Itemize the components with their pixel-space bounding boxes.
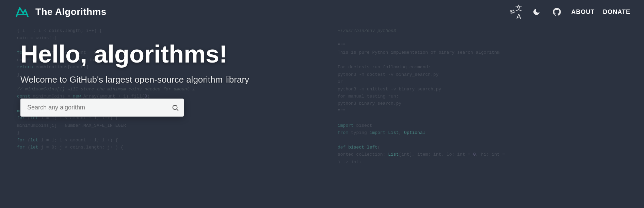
hero-subtitle: Welcome to GitHub's largest open-source … (20, 74, 249, 85)
navbar-right: 文A 文A ABOUT DONATE (510, 6, 630, 18)
logo-icon (14, 4, 30, 20)
svg-text:文A: 文A (510, 11, 514, 14)
navbar: The Algorithms 文A 文A (0, 0, 644, 24)
site-title: The Algorithms (35, 6, 107, 17)
navbar-left: The Algorithms (14, 4, 107, 20)
github-icon-button[interactable] (551, 6, 563, 18)
search-container (20, 99, 184, 117)
code-background-right: #!/usr/bin/env python3 """ This is pure … (321, 0, 644, 208)
hero-section: Hello, algorithms! Welcome to GitHub's l… (20, 41, 249, 117)
page-wrapper: { i = ; i < coins.length; i++) { coin = … (0, 0, 644, 208)
about-nav-link[interactable]: ABOUT (571, 8, 595, 16)
svg-line-3 (177, 109, 178, 110)
translate-icon: 文A (510, 7, 515, 16)
search-button[interactable] (172, 104, 179, 111)
github-icon (552, 7, 562, 17)
search-input[interactable] (20, 99, 184, 117)
donate-nav-link[interactable]: DONATE (603, 8, 630, 16)
hero-title: Hello, algorithms! (20, 41, 249, 68)
moon-icon (532, 8, 541, 16)
theme-toggle-button[interactable] (530, 6, 543, 18)
translate-icon-button[interactable]: 文A 文A (510, 6, 522, 18)
search-icon (172, 104, 179, 111)
